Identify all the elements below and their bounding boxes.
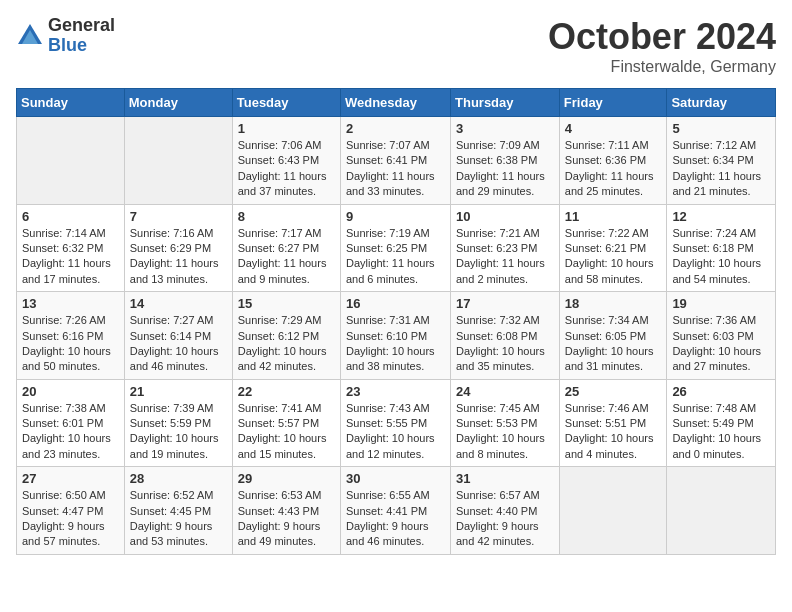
header-day-monday: Monday [124,89,232,117]
calendar-cell: 6Sunrise: 7:14 AMSunset: 6:32 PMDaylight… [17,204,125,292]
day-number: 2 [346,121,445,136]
day-info: Sunrise: 7:32 AMSunset: 6:08 PMDaylight:… [456,313,554,375]
week-row-4: 20Sunrise: 7:38 AMSunset: 6:01 PMDayligh… [17,379,776,467]
calendar-cell: 26Sunrise: 7:48 AMSunset: 5:49 PMDayligh… [667,379,776,467]
logo: General Blue [16,16,115,56]
day-number: 16 [346,296,445,311]
logo-blue-text: Blue [48,36,115,56]
calendar-cell: 21Sunrise: 7:39 AMSunset: 5:59 PMDayligh… [124,379,232,467]
day-info: Sunrise: 7:45 AMSunset: 5:53 PMDaylight:… [456,401,554,463]
day-info: Sunrise: 7:41 AMSunset: 5:57 PMDaylight:… [238,401,335,463]
day-info: Sunrise: 6:50 AMSunset: 4:47 PMDaylight:… [22,488,119,550]
day-number: 27 [22,471,119,486]
day-number: 30 [346,471,445,486]
day-info: Sunrise: 6:52 AMSunset: 4:45 PMDaylight:… [130,488,227,550]
day-info: Sunrise: 7:46 AMSunset: 5:51 PMDaylight:… [565,401,662,463]
month-title: October 2024 [548,16,776,58]
calendar-body: 1Sunrise: 7:06 AMSunset: 6:43 PMDaylight… [17,117,776,555]
calendar-cell: 9Sunrise: 7:19 AMSunset: 6:25 PMDaylight… [340,204,450,292]
day-info: Sunrise: 7:43 AMSunset: 5:55 PMDaylight:… [346,401,445,463]
day-number: 19 [672,296,770,311]
calendar-cell: 24Sunrise: 7:45 AMSunset: 5:53 PMDayligh… [451,379,560,467]
calendar-cell: 2Sunrise: 7:07 AMSunset: 6:41 PMDaylight… [340,117,450,205]
day-number: 14 [130,296,227,311]
day-number: 1 [238,121,335,136]
header-day-friday: Friday [559,89,667,117]
calendar-cell: 29Sunrise: 6:53 AMSunset: 4:43 PMDayligh… [232,467,340,555]
day-number: 8 [238,209,335,224]
header-day-tuesday: Tuesday [232,89,340,117]
day-info: Sunrise: 7:19 AMSunset: 6:25 PMDaylight:… [346,226,445,288]
day-info: Sunrise: 7:24 AMSunset: 6:18 PMDaylight:… [672,226,770,288]
logo-general-text: General [48,16,115,36]
calendar-cell: 22Sunrise: 7:41 AMSunset: 5:57 PMDayligh… [232,379,340,467]
header-day-sunday: Sunday [17,89,125,117]
day-info: Sunrise: 7:11 AMSunset: 6:36 PMDaylight:… [565,138,662,200]
day-number: 26 [672,384,770,399]
day-info: Sunrise: 7:36 AMSunset: 6:03 PMDaylight:… [672,313,770,375]
day-number: 22 [238,384,335,399]
day-info: Sunrise: 7:06 AMSunset: 6:43 PMDaylight:… [238,138,335,200]
day-number: 11 [565,209,662,224]
calendar-cell: 31Sunrise: 6:57 AMSunset: 4:40 PMDayligh… [451,467,560,555]
day-info: Sunrise: 7:31 AMSunset: 6:10 PMDaylight:… [346,313,445,375]
calendar-table: SundayMondayTuesdayWednesdayThursdayFrid… [16,88,776,555]
calendar-cell: 30Sunrise: 6:55 AMSunset: 4:41 PMDayligh… [340,467,450,555]
day-number: 13 [22,296,119,311]
day-info: Sunrise: 7:29 AMSunset: 6:12 PMDaylight:… [238,313,335,375]
calendar-cell: 15Sunrise: 7:29 AMSunset: 6:12 PMDayligh… [232,292,340,380]
week-row-2: 6Sunrise: 7:14 AMSunset: 6:32 PMDaylight… [17,204,776,292]
day-number: 9 [346,209,445,224]
day-info: Sunrise: 7:07 AMSunset: 6:41 PMDaylight:… [346,138,445,200]
calendar-cell [17,117,125,205]
title-block: October 2024 Finsterwalde, Germany [548,16,776,76]
day-info: Sunrise: 7:16 AMSunset: 6:29 PMDaylight:… [130,226,227,288]
calendar-cell: 18Sunrise: 7:34 AMSunset: 6:05 PMDayligh… [559,292,667,380]
day-number: 10 [456,209,554,224]
week-row-3: 13Sunrise: 7:26 AMSunset: 6:16 PMDayligh… [17,292,776,380]
day-number: 21 [130,384,227,399]
day-number: 17 [456,296,554,311]
day-info: Sunrise: 6:53 AMSunset: 4:43 PMDaylight:… [238,488,335,550]
day-info: Sunrise: 7:27 AMSunset: 6:14 PMDaylight:… [130,313,227,375]
day-number: 12 [672,209,770,224]
calendar-cell: 1Sunrise: 7:06 AMSunset: 6:43 PMDaylight… [232,117,340,205]
location-subtitle: Finsterwalde, Germany [548,58,776,76]
calendar-cell: 28Sunrise: 6:52 AMSunset: 4:45 PMDayligh… [124,467,232,555]
calendar-cell: 12Sunrise: 7:24 AMSunset: 6:18 PMDayligh… [667,204,776,292]
day-info: Sunrise: 7:14 AMSunset: 6:32 PMDaylight:… [22,226,119,288]
calendar-cell: 17Sunrise: 7:32 AMSunset: 6:08 PMDayligh… [451,292,560,380]
day-number: 5 [672,121,770,136]
day-info: Sunrise: 6:57 AMSunset: 4:40 PMDaylight:… [456,488,554,550]
calendar-cell: 3Sunrise: 7:09 AMSunset: 6:38 PMDaylight… [451,117,560,205]
calendar-cell: 25Sunrise: 7:46 AMSunset: 5:51 PMDayligh… [559,379,667,467]
day-number: 29 [238,471,335,486]
day-info: Sunrise: 7:21 AMSunset: 6:23 PMDaylight:… [456,226,554,288]
day-number: 6 [22,209,119,224]
day-info: Sunrise: 7:26 AMSunset: 6:16 PMDaylight:… [22,313,119,375]
day-number: 18 [565,296,662,311]
calendar-cell [667,467,776,555]
logo-text: General Blue [48,16,115,56]
calendar-cell: 16Sunrise: 7:31 AMSunset: 6:10 PMDayligh… [340,292,450,380]
day-number: 4 [565,121,662,136]
day-info: Sunrise: 7:12 AMSunset: 6:34 PMDaylight:… [672,138,770,200]
calendar-cell: 14Sunrise: 7:27 AMSunset: 6:14 PMDayligh… [124,292,232,380]
calendar-cell: 11Sunrise: 7:22 AMSunset: 6:21 PMDayligh… [559,204,667,292]
calendar-cell: 27Sunrise: 6:50 AMSunset: 4:47 PMDayligh… [17,467,125,555]
calendar-cell: 13Sunrise: 7:26 AMSunset: 6:16 PMDayligh… [17,292,125,380]
day-number: 3 [456,121,554,136]
day-info: Sunrise: 7:39 AMSunset: 5:59 PMDaylight:… [130,401,227,463]
header-day-wednesday: Wednesday [340,89,450,117]
day-number: 23 [346,384,445,399]
day-info: Sunrise: 7:34 AMSunset: 6:05 PMDaylight:… [565,313,662,375]
calendar-cell: 20Sunrise: 7:38 AMSunset: 6:01 PMDayligh… [17,379,125,467]
logo-icon [16,22,44,50]
day-number: 28 [130,471,227,486]
week-row-5: 27Sunrise: 6:50 AMSunset: 4:47 PMDayligh… [17,467,776,555]
calendar-cell [559,467,667,555]
header-day-saturday: Saturday [667,89,776,117]
day-number: 7 [130,209,227,224]
calendar-cell: 4Sunrise: 7:11 AMSunset: 6:36 PMDaylight… [559,117,667,205]
day-number: 24 [456,384,554,399]
